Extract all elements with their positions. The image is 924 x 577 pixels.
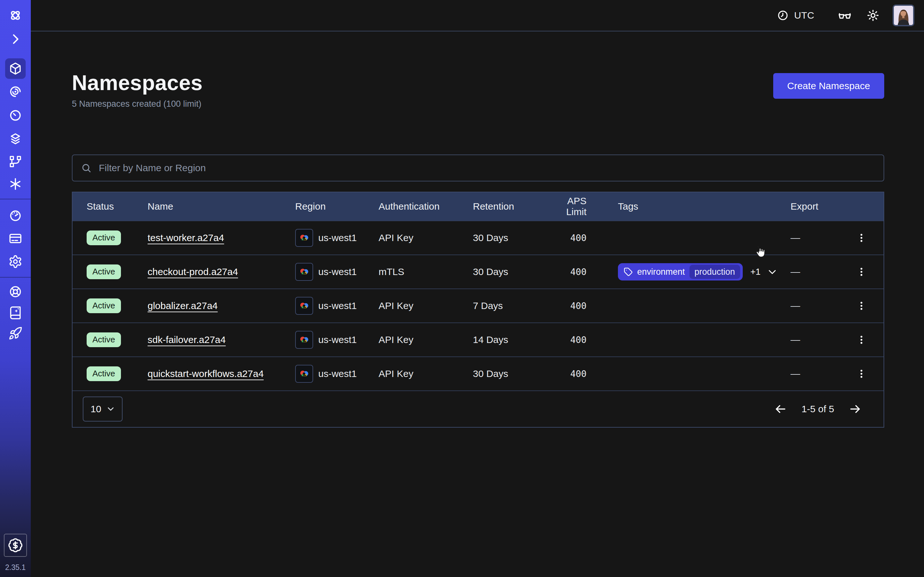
namespace-link[interactable]: sdk-failover.a27a4 (148, 334, 226, 345)
page-header: Namespaces 5 Namespaces created (100 lim… (72, 31, 884, 140)
pagination-range-label: 1-5 of 5 (801, 404, 834, 414)
tag-value: production (690, 265, 740, 279)
table-pagination: 10 1-5 of 5 (73, 390, 884, 427)
column-header-name: Name (148, 201, 295, 212)
status-badge: Active (87, 230, 121, 245)
google-cloud-icon (295, 229, 313, 247)
gauge-icon (8, 208, 23, 222)
badge-dollar-icon (8, 538, 23, 553)
layers-icon (8, 131, 23, 145)
sidebar-item-deployments[interactable] (8, 155, 23, 169)
next-page-button[interactable] (848, 402, 862, 416)
labs-glasses-button[interactable] (837, 8, 852, 23)
kebab-menu-icon (856, 266, 867, 277)
region-label: us-west1 (318, 300, 357, 311)
google-cloud-icon (295, 297, 313, 315)
workflow-spiral-icon (8, 85, 23, 99)
page-size-select[interactable]: 10 (83, 396, 123, 422)
expand-sidebar-icon[interactable] (8, 32, 23, 46)
table-row: Active sdk-failover.a27a4 us-west1 API K… (73, 322, 884, 356)
auth-label: API Key (379, 334, 473, 345)
retention-label: 7 Days (473, 300, 546, 311)
namespaces-table: Status Name Region Authentication Retent… (72, 192, 884, 428)
sidebar-item-batch-operations[interactable] (8, 131, 23, 145)
column-header-authentication: Authentication (379, 201, 473, 212)
column-header-tags: Tags (586, 201, 790, 212)
status-badge: Active (87, 264, 121, 279)
aps-limit-value: 400 (546, 335, 586, 345)
sidebar-item-settings[interactable] (8, 255, 23, 269)
aps-limit-value: 400 (546, 301, 586, 311)
filter-search-box (72, 155, 884, 181)
book-sparkles-icon (8, 306, 23, 320)
filter-search-input[interactable] (97, 162, 876, 174)
export-value: — (790, 368, 850, 379)
app-window: 2.35.1 UTC (0, 0, 924, 577)
kebab-menu-icon (856, 300, 867, 311)
namespace-link[interactable]: quickstart-workflows.a27a4 (148, 368, 264, 379)
row-actions-menu-button[interactable] (853, 298, 869, 314)
topbar: UTC (31, 0, 924, 31)
create-namespace-button[interactable]: Create Namespace (773, 73, 884, 99)
table-row: Active quickstart-workflows.a27a4 us-wes… (73, 356, 884, 390)
column-header-retention: Retention (473, 201, 546, 212)
sidebar-divider (0, 277, 31, 277)
row-actions-menu-button[interactable] (853, 366, 869, 382)
temporal-logo-icon[interactable] (8, 8, 23, 23)
row-actions-menu-button[interactable] (853, 264, 869, 280)
tags-more-count: +1 (750, 267, 761, 277)
export-value: — (790, 334, 850, 345)
status-badge: Active (87, 298, 121, 313)
namespace-link[interactable]: test-worker.a27a4 (148, 232, 224, 243)
previous-page-button[interactable] (774, 402, 787, 416)
auth-label: API Key (379, 232, 473, 243)
row-actions-menu-button[interactable] (853, 230, 869, 246)
column-header-export: Export (790, 201, 850, 212)
sidebar-item-support[interactable] (8, 285, 23, 299)
namespace-link[interactable]: globalizer.a27a4 (148, 300, 218, 311)
sidebar-item-usage[interactable] (8, 208, 23, 222)
expand-tags-button[interactable] (767, 267, 777, 277)
region-label: us-west1 (318, 334, 357, 345)
sidebar-divider (0, 199, 31, 199)
table-row: Active test-worker.a27a4 us-west1 API Ke… (73, 221, 884, 255)
timezone-selector[interactable]: UTC (777, 9, 814, 21)
user-avatar[interactable] (893, 5, 914, 26)
sidebar-item-billing[interactable] (8, 231, 23, 245)
status-badge: Active (87, 332, 121, 347)
main-content: Namespaces 5 Namespaces created (100 lim… (31, 31, 924, 577)
tag-chip[interactable]: environment production (618, 263, 743, 280)
sidebar-item-docs[interactable] (8, 306, 23, 320)
credits-badge-button[interactable] (4, 534, 27, 557)
export-value: — (790, 266, 850, 277)
column-header-status: Status (87, 201, 148, 212)
sidebar-item-getting-started[interactable] (8, 326, 23, 340)
column-header-aps-limit: APS Limit (546, 195, 586, 218)
branch-icon (8, 155, 23, 169)
sidebar-item-nexus[interactable] (8, 177, 23, 191)
sidebar-item-namespaces[interactable] (5, 58, 26, 79)
theme-toggle-button[interactable] (866, 9, 880, 22)
retention-label: 30 Days (473, 232, 546, 243)
namespace-link[interactable]: checkout-prod.a27a4 (148, 266, 238, 277)
table-row: Active globalizer.a27a4 us-west1 API Key… (73, 288, 884, 322)
timezone-label: UTC (794, 10, 814, 21)
sidebar-item-schedules[interactable] (8, 108, 23, 122)
app-version: 2.35.1 (5, 563, 26, 572)
export-value: — (790, 300, 850, 311)
aps-limit-value: 400 (546, 267, 586, 277)
sun-icon (866, 9, 880, 22)
region-label: us-west1 (318, 266, 357, 277)
gear-icon (8, 255, 23, 269)
table-row: Active checkout-prod.a27a4 us-west1 mTLS… (73, 255, 884, 288)
column-header-region: Region (295, 201, 379, 212)
life-buoy-icon (8, 285, 23, 299)
sidebar-item-workflows[interactable] (8, 85, 23, 99)
row-actions-menu-button[interactable] (853, 332, 869, 348)
google-cloud-icon (295, 331, 313, 349)
arrow-left-icon (774, 402, 787, 416)
google-cloud-icon (295, 263, 313, 281)
credit-card-icon (8, 231, 23, 245)
tag-icon (624, 268, 633, 276)
page-subtitle: 5 Namespaces created (100 limit) (72, 99, 884, 109)
